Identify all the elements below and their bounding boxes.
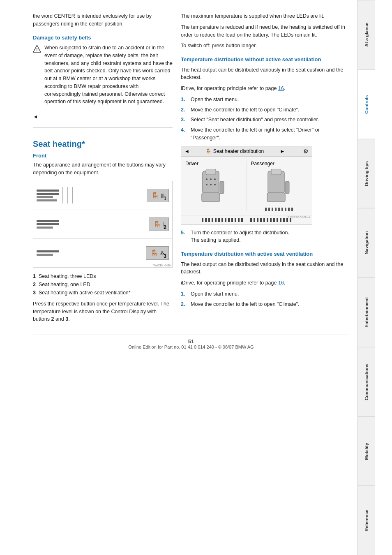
- seat-icon-1: 🪑: [151, 192, 159, 199]
- seat-icon-3: 🪑: [150, 249, 159, 257]
- intro-paragraph: the word CENTER is intended exclusively …: [33, 12, 173, 28]
- without-vent-step-2: 2. Move the controller to the left to op…: [181, 106, 349, 114]
- sidebar-tab-navigation[interactable]: Navigation: [358, 208, 375, 278]
- with-vent-idrive: iDrive, for operating principle refer to…: [181, 279, 349, 287]
- right-column: The maximum temperature is supplied when…: [181, 12, 349, 326]
- max-temp-text: The maximum temperature is supplied when…: [181, 12, 349, 20]
- seat-heading: Seat heating*: [33, 138, 173, 150]
- section-divider: [33, 127, 173, 128]
- reduce-text: The temperature is reduced and if need b…: [181, 23, 349, 39]
- svg-point-9: [206, 184, 208, 185]
- row-number-1: 1: [164, 196, 166, 201]
- seat-dist-title: Seat heater distribution: [213, 148, 264, 154]
- legend-num-2: 2: [33, 282, 36, 287]
- seat-distribution-ui: ◄ 🪑 Seat heater distribution ► ⚙ Driver: [181, 146, 312, 225]
- svg-rect-4: [220, 181, 224, 194]
- asterisk-3: *: [129, 290, 131, 296]
- damage-heading: Damage to safety belts: [33, 34, 173, 42]
- without-vent-steps: 1. Open the start menu. 2. Move the cont…: [181, 96, 349, 142]
- without-vent-page-link[interactable]: 16: [278, 86, 284, 91]
- front-heading: Front: [33, 152, 173, 160]
- without-vent-step-1: 1. Open the start menu.: [181, 96, 349, 104]
- svg-rect-5: [206, 169, 216, 175]
- with-vent-body: The heat output can be distributed vario…: [181, 261, 349, 276]
- left-column: the word CENTER is intended exclusively …: [33, 12, 173, 326]
- svg-text:!: !: [36, 47, 37, 52]
- sidebar-tab-communications[interactable]: Communications: [358, 347, 375, 416]
- passenger-seat-svg: [264, 169, 295, 206]
- step5-list: 5. Turn the controller to adjust the dis…: [181, 229, 349, 245]
- sidebar-tab-driving-tips[interactable]: Driving tips: [358, 139, 375, 208]
- seat-dist-body: Driver: [181, 157, 312, 215]
- seat-control-img-2: [37, 220, 145, 229]
- driver-label: Driver: [185, 161, 198, 166]
- with-vent-step-2: 2. Move the controller to the left to op…: [181, 301, 349, 308]
- svg-point-11: [214, 184, 216, 185]
- svg-point-10: [210, 184, 212, 185]
- legend-num-3: 3: [33, 290, 36, 296]
- page-footer: 51 Online Edition for Part no. 01 41 0 0…: [33, 335, 349, 353]
- button-row-2: 🪑 | 2: [33, 210, 172, 239]
- legend-item-3: 3 Seat heating with active seat ventilat…: [33, 289, 173, 297]
- sidebar-tab-reference[interactable]: Reference: [358, 486, 375, 555]
- switch-off-text: To switch off: press button longer.: [181, 42, 349, 50]
- legend-item-2: 2 Seat heating, one LED: [33, 280, 173, 289]
- without-vent-idrive: iDrive, for operating principle refer to…: [181, 85, 349, 92]
- sidebar-tab-at-a-glance[interactable]: At a glance: [358, 0, 375, 69]
- copyright-text: Online Edition for Part no. 01 41 0 014 …: [128, 345, 254, 349]
- bar-gap: [245, 218, 248, 222]
- sidebar-tab-mobility[interactable]: Mobility: [358, 416, 375, 486]
- svg-rect-14: [285, 181, 289, 194]
- without-vent-step-4: 4. Move the controller to the left or ri…: [181, 126, 349, 142]
- arrow-right-icon: ►: [280, 148, 285, 154]
- page-number: 51: [188, 338, 194, 345]
- seat-control-img-1: [37, 187, 143, 204]
- warning-icon: !: [33, 45, 41, 53]
- seat-dist-header: ◄ 🪑 Seat heater distribution ► ⚙: [181, 146, 312, 157]
- row-number-2: 2: [164, 224, 166, 230]
- svg-point-7: [210, 178, 212, 180]
- heat-indicator-bar-1: [202, 218, 243, 222]
- driver-seat-svg: [198, 169, 229, 206]
- image-watermark: WACBL-049H: [153, 264, 171, 267]
- heat-indicator-bar-2: [250, 218, 291, 222]
- without-vent-step-3: 3. Select "Seat heater distribution" and…: [181, 116, 349, 124]
- damage-text: When subjected to strain due to an accid…: [44, 44, 173, 106]
- without-vent-heading: Temperature distribution without active …: [181, 56, 349, 64]
- damage-end: ◄: [33, 113, 173, 121]
- bold-2: 2: [51, 316, 54, 322]
- settings-icon: ⚙: [303, 148, 309, 155]
- passenger-seat-col: Passenger: [251, 161, 308, 211]
- svg-point-6: [206, 178, 208, 180]
- arrow-left-icon: ◄: [184, 148, 189, 154]
- sidebar-tab-entertainment[interactable]: Entertainment: [358, 278, 375, 347]
- passenger-label: Passenger: [251, 161, 274, 166]
- legend-item-1: 1 Seat heating, three LEDs: [33, 272, 173, 280]
- seat-dist-icon: 🪑: [205, 148, 212, 154]
- driver-seat-col: Driver: [185, 161, 242, 206]
- bold-3: 3: [65, 316, 68, 322]
- button-row-3: 🪑 ⁂ 3: [33, 239, 172, 268]
- button-illustrations: 🪑 ||| 1: [33, 181, 173, 268]
- seat-icon-2: 🪑: [153, 220, 161, 228]
- press-text: Press the respective button once per tem…: [33, 300, 173, 323]
- svg-rect-13: [267, 193, 285, 202]
- right-sidebar: At a glance Controls Driving tips Naviga…: [357, 0, 375, 555]
- front-text: The appearance and arrangement of the bu…: [33, 161, 173, 177]
- passenger-bar: [265, 208, 294, 211]
- step-5: 5. Turn the controller to adjust the dis…: [181, 229, 349, 245]
- row-number-3: 3: [164, 253, 166, 259]
- with-vent-page-link[interactable]: 16: [278, 280, 284, 286]
- with-vent-steps: 1. Open the start menu. 2. Move the cont…: [181, 290, 349, 308]
- legend-num-1: 1: [33, 273, 36, 279]
- svg-rect-3: [202, 193, 220, 202]
- with-vent-step-1: 1. Open the start menu.: [181, 290, 349, 298]
- svg-rect-15: [271, 169, 281, 175]
- sidebar-tab-controls[interactable]: Controls: [358, 69, 375, 139]
- with-vent-heading: Temperature distribution with active sea…: [181, 250, 349, 258]
- svg-point-8: [214, 178, 216, 180]
- legend-list: 1 Seat heating, three LEDs 2 Seat heatin…: [33, 272, 173, 297]
- without-vent-body: The heat output can be distributed vario…: [181, 66, 349, 82]
- warning-block: ! When subjected to strain due to an acc…: [33, 44, 173, 109]
- button-row-1: 🪑 ||| 1: [33, 181, 172, 210]
